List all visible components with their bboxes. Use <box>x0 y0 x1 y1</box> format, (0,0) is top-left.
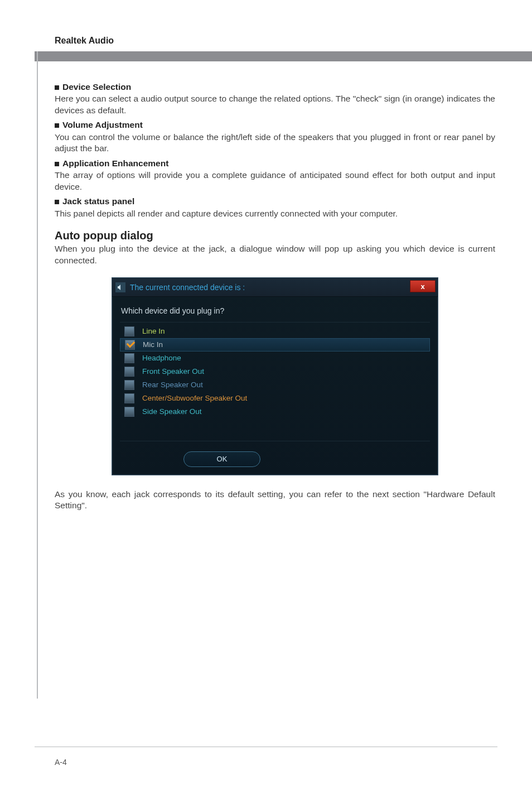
checkbox-icon[interactable] <box>124 393 134 403</box>
footer-rule <box>35 747 497 747</box>
device-dialog: The current connected device is : x Whic… <box>112 277 438 475</box>
device-option-label: Center/Subwoofer Speaker Out <box>142 393 247 403</box>
device-option-label: Rear Speaker Out <box>142 380 203 390</box>
heading-text: Jack status panel <box>62 196 134 206</box>
device-option[interactable]: Front Speaker Out <box>120 365 430 378</box>
device-option-label: Front Speaker Out <box>142 367 204 377</box>
content-area: Device Selection Here you can select a a… <box>55 78 495 512</box>
bullet-icon <box>55 85 59 90</box>
heading-text: Application Enhancement <box>62 158 168 168</box>
checkbox-icon[interactable] <box>124 353 134 363</box>
speaker-icon <box>115 282 125 292</box>
para-volume-adjustment: You can control the volume or balance th… <box>55 132 495 155</box>
bullet-icon <box>55 162 59 166</box>
ok-button[interactable]: OK <box>183 451 260 467</box>
para-auto-popup-outro: As you know, each jack corresponds to it… <box>55 489 495 512</box>
device-option[interactable]: Side Speaker Out <box>120 405 430 418</box>
device-option[interactable]: Line In <box>120 325 430 338</box>
device-option-label: Headphone <box>142 353 181 363</box>
checkbox-icon[interactable] <box>124 407 134 417</box>
dialog-body: Which device did you plug in? Line InMic… <box>112 297 438 474</box>
heading-text: Device Selection <box>62 82 131 92</box>
para-application-enhancement: The array of options will provide you a … <box>55 170 495 192</box>
para-device-selection: Here you can select a audio output sourc… <box>55 93 495 116</box>
left-margin-rule <box>37 51 38 699</box>
device-option-label: Side Speaker Out <box>142 407 202 417</box>
checkbox-icon[interactable] <box>124 380 134 390</box>
para-jack-status: This panel depicts all render and captur… <box>55 208 495 219</box>
page: Realtek Audio Device Selection Here you … <box>0 0 532 799</box>
dialog-titlebar: The current connected device is : x <box>112 278 438 297</box>
heading-text: Volume Adjustment <box>62 120 143 129</box>
header-divider-bar <box>35 51 532 61</box>
bullet-icon <box>55 200 59 204</box>
dialog-button-row: OK <box>120 451 430 467</box>
heading-application-enhancement: Application Enhancement <box>55 158 495 169</box>
dialog-title: The current connected device is : <box>130 282 245 292</box>
page-number: A-4 <box>55 758 67 767</box>
bullet-icon <box>55 123 59 128</box>
device-option-label: Line In <box>142 326 165 336</box>
heading-device-selection: Device Selection <box>55 81 495 93</box>
device-option-label: Mic In <box>143 340 163 350</box>
device-option[interactable]: Headphone <box>120 352 430 365</box>
device-option[interactable]: Mic In <box>120 338 430 352</box>
checkbox-icon[interactable] <box>124 326 134 336</box>
checkbox-icon[interactable] <box>125 340 135 350</box>
page-header-title: Realtek Audio <box>55 36 114 46</box>
device-option[interactable]: Rear Speaker Out <box>120 378 430 392</box>
device-option-list: Line InMic InHeadphoneFront Speaker OutR… <box>120 322 430 441</box>
device-option[interactable]: Center/Subwoofer Speaker Out <box>120 392 430 405</box>
dialog-screenshot: The current connected device is : x Whic… <box>55 277 495 475</box>
para-auto-popup-intro: When you plug into the device at the jac… <box>55 243 495 266</box>
heading-jack-status: Jack status panel <box>55 196 495 207</box>
heading-auto-popup: Auto popup dialog <box>55 228 495 243</box>
heading-volume-adjustment: Volume Adjustment <box>55 119 495 131</box>
dialog-prompt: Which device did you plug in? <box>121 306 429 316</box>
checkbox-icon[interactable] <box>124 367 134 377</box>
close-button[interactable]: x <box>410 280 436 292</box>
